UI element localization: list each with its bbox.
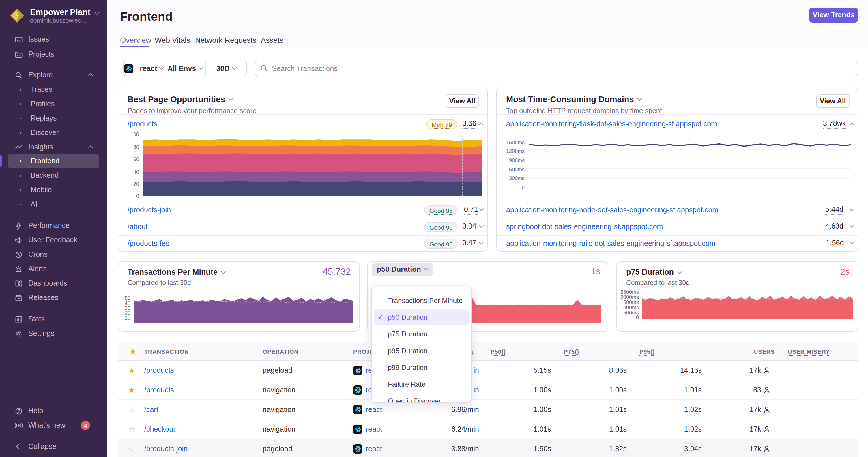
expand-row-icon[interactable] (849, 240, 855, 244)
domains-title[interactable]: Most Time-Consuming Domains (506, 95, 642, 104)
star-outline-icon[interactable]: ☆ (128, 420, 135, 439)
expand-row-icon[interactable] (479, 240, 484, 244)
environment-filter[interactable]: All Envs (164, 61, 206, 75)
expand-row-icon[interactable] (479, 223, 484, 228)
org-user: dominik.buszowiec… (30, 17, 99, 24)
transaction-link[interactable]: /checkout (144, 425, 175, 433)
project-filter[interactable]: react (124, 61, 164, 75)
sidebar-item-performance[interactable]: Performance (8, 219, 99, 232)
tab-assets[interactable]: Assets (261, 36, 283, 44)
domain-link[interactable]: application-monitoring-node-dot-sales-en… (506, 206, 718, 214)
best-pages-view-all-button[interactable]: View All (445, 94, 479, 108)
sidebar-item-crons[interactable]: Crons (8, 248, 99, 261)
project-link[interactable]: react (366, 406, 382, 414)
collapse-row-icon[interactable] (849, 122, 855, 127)
date-range-filter[interactable]: 30D (205, 61, 246, 75)
p75-area-chart (642, 291, 853, 319)
menu-item-p95[interactable]: p95 Duration (374, 343, 469, 358)
view-trends-button[interactable]: View Trends (809, 7, 858, 23)
star-outline-icon[interactable]: ☆ (128, 439, 135, 457)
col-p95[interactable]: P95() (640, 342, 655, 361)
project-link[interactable]: react (366, 445, 382, 453)
sidebar-item-replays[interactable]: Replays (8, 111, 99, 125)
menu-item-failure-rate[interactable]: Failure Rate (374, 376, 469, 392)
users-cell: 17k (718, 420, 770, 439)
org-logo[interactable] (9, 7, 25, 24)
sidebar-item-releases[interactable]: Releases (8, 291, 99, 305)
transaction-link[interactable]: /cart (144, 406, 158, 414)
domain-link[interactable]: application-monitoring-flask-dot-sales-e… (506, 120, 717, 128)
org-switcher[interactable]: Empower Plant dominik.buszowiec… (30, 7, 99, 24)
domain-link[interactable]: springboot-dot-sales-engineering-sf.apps… (506, 223, 663, 231)
col-transaction[interactable]: TRANSACTION (144, 342, 189, 361)
project-cell[interactable]: react (353, 439, 382, 457)
sidebar-item-ai[interactable]: AI (8, 197, 99, 211)
sidebar-item-traces[interactable]: Traces (8, 83, 99, 96)
tpm-title[interactable]: Transactions Per Minute (128, 268, 225, 276)
sidebar-item-user-feedback[interactable]: User Feedback (8, 233, 99, 247)
sidebar-item-whats-new[interactable]: What's new 4 (8, 418, 99, 432)
collapse-row-icon[interactable] (479, 122, 484, 127)
expand-row-icon[interactable] (849, 223, 855, 228)
p50-metric-selector[interactable]: p50 Duration (372, 263, 433, 276)
operation-cell: navigation (262, 420, 296, 439)
menu-item-p75[interactable]: p75 Duration (374, 326, 469, 341)
col-p50[interactable]: P50() (491, 342, 506, 361)
col-user-misery[interactable]: USER MISERY (788, 342, 830, 361)
star-filled-icon[interactable]: ★ (128, 380, 135, 400)
sidebar-item-settings[interactable]: Settings (8, 327, 99, 340)
sidebar-collapse-button[interactable]: Collapse (8, 440, 99, 454)
sidebar-item-discover[interactable]: Discover (8, 126, 99, 140)
page-link[interactable]: /products (128, 120, 157, 128)
star-filled-icon[interactable]: ★ (128, 361, 135, 380)
operation-cell: pageload (262, 439, 292, 457)
domain-link[interactable]: application-monitoring-rails-dot-sales-e… (506, 239, 715, 248)
expand-row-icon[interactable] (849, 206, 855, 211)
sidebar-item-alerts[interactable]: Alerts (8, 262, 99, 276)
project-cell[interactable]: react (353, 400, 382, 420)
search-input[interactable] (272, 64, 858, 72)
folder-icon (14, 50, 23, 59)
menu-item-open-in-discover[interactable]: Open in Discover (374, 393, 469, 403)
col-operation[interactable]: OPERATION (262, 342, 299, 361)
star-icon[interactable]: ★ (129, 347, 137, 356)
sidebar-item-backend[interactable]: Backend (8, 168, 99, 182)
sidebar-item-help[interactable]: Help (8, 404, 99, 418)
transaction-link[interactable]: /products (144, 386, 174, 394)
time-consuming-domains-panel: Most Time-Consuming Domains Top outgoing… (496, 87, 858, 252)
page-link[interactable]: /products-fes (128, 239, 169, 248)
menu-item-p50[interactable]: ✓ p50 Duration (374, 309, 469, 325)
sidebar-item-profiles[interactable]: Profiles (8, 97, 99, 111)
col-p75[interactable]: P75() (564, 342, 579, 361)
expand-row-icon[interactable] (479, 206, 484, 211)
p75-title[interactable]: p75 Duration (626, 268, 681, 276)
page-link[interactable]: /products-join (128, 206, 171, 214)
sidebar-item-stats[interactable]: Stats (8, 312, 99, 326)
tab-network-requests[interactable]: Network Requests (195, 36, 256, 44)
inbox-icon (14, 35, 23, 44)
tab-web-vitals[interactable]: Web Vitals (155, 36, 190, 44)
sidebar-item-insights[interactable]: Insights (8, 140, 99, 154)
domains-view-all-button[interactable]: View All (816, 94, 849, 108)
menu-item-p99[interactable]: p99 Duration (374, 359, 469, 375)
sidebar-item-mobile[interactable]: Mobile (8, 183, 99, 197)
score-badge: Good 95 (424, 239, 458, 249)
sidebar-item-projects[interactable]: Projects (8, 47, 99, 61)
best-pages-title[interactable]: Best Page Opportunities (128, 95, 232, 104)
col-users[interactable]: USERS (754, 342, 775, 361)
project-cell[interactable]: react (353, 420, 382, 439)
sidebar-item-issues[interactable]: Issues (8, 32, 99, 46)
sidebar-item-explore[interactable]: Explore (8, 68, 99, 82)
sidebar-item-dashboards[interactable]: Dashboards (8, 276, 99, 290)
page-link[interactable]: /about (128, 223, 148, 231)
star-outline-icon[interactable]: ☆ (128, 400, 135, 420)
transaction-link[interactable]: /products-join (144, 445, 188, 453)
project-link[interactable]: react (366, 425, 382, 433)
users-cell: 17k (718, 400, 770, 420)
sidebar-item-frontend[interactable]: Frontend (8, 154, 99, 168)
p75-cell: 1.01s (575, 400, 627, 420)
transaction-link[interactable]: /products (144, 366, 174, 374)
insights-icon (14, 142, 23, 152)
tab-overview[interactable]: Overview (120, 36, 151, 44)
menu-item-tpm[interactable]: Transactions Per Minute (374, 293, 469, 308)
